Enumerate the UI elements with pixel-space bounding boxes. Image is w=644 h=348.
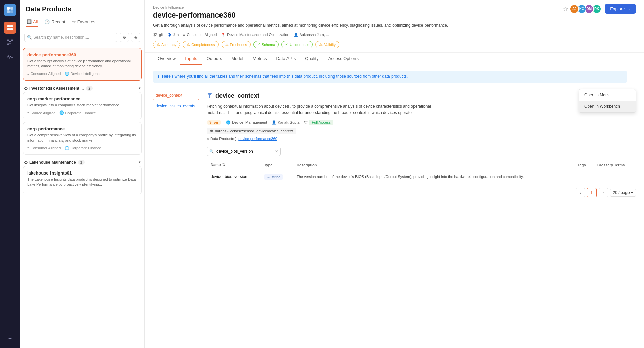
svg-point-9 xyxy=(7,40,9,41)
col-desc: The version number of the device's BIOS … xyxy=(297,175,524,179)
meta-domain: 🌐 Device_Management xyxy=(226,120,267,125)
tab-overview[interactable]: Overview xyxy=(153,53,180,65)
app-logo[interactable] xyxy=(4,4,16,16)
input-item-device-issues[interactable]: device_issues_events xyxy=(153,102,199,110)
columns-table: Name ⇅ Type Description Tags Glossary Te… xyxy=(207,160,636,184)
nav-icon-data-products[interactable] xyxy=(4,22,16,34)
group-investor-risk[interactable]: ◇ Investor Risk Assessment ... 2 ▾ xyxy=(23,83,142,92)
avatar-1: AJ xyxy=(570,4,579,14)
sidebar-title: Data Products xyxy=(26,5,139,13)
dropdown-icon: ▾ xyxy=(631,190,633,195)
main-content: Device Intelligence device-performance36… xyxy=(145,0,644,348)
column-search-bar: 🔍 ✕ xyxy=(207,147,636,156)
user-icon: 👤 xyxy=(294,33,298,37)
col-header-desc: Description xyxy=(293,160,574,170)
globe-icon: 🌐 xyxy=(226,120,231,125)
sidebar-card-corp-market[interactable]: corp-market-performance Get insights int… xyxy=(23,92,142,119)
info-icon: ℹ xyxy=(158,74,159,80)
nav-icon-graph[interactable] xyxy=(4,36,16,49)
tab-metrics[interactable]: Metrics xyxy=(248,53,272,65)
main-tabs: Overview Inputs Outputs Model Metrics Da… xyxy=(145,53,644,65)
tab-recent[interactable]: 🕐 Recent xyxy=(44,17,66,27)
next-page-button[interactable]: › xyxy=(599,188,608,197)
meta-access: 🛡 Full Access xyxy=(304,120,333,125)
col-type: ↔ string xyxy=(264,174,283,180)
search-input[interactable] xyxy=(24,33,117,42)
sort-icon[interactable]: ⇅ xyxy=(222,163,225,167)
badge-completeness: ⚠ Completeness xyxy=(183,41,218,48)
filter-button[interactable]: ⚙ xyxy=(120,33,129,42)
dataset-header: device_context ≡ xyxy=(207,91,636,101)
group-icon: ◇ xyxy=(24,160,27,165)
col-header-glossary: Glossary Terms xyxy=(593,160,636,170)
chevron-down-icon: ▾ xyxy=(139,160,140,164)
funnel-icon xyxy=(207,92,213,98)
tab-access-options[interactable]: Access Options xyxy=(324,53,363,65)
col-glossary: - xyxy=(597,174,599,179)
sidebar-card-lakehouse[interactable]: lakehouse-insights01 The Lakehouse Insig… xyxy=(23,166,142,194)
meta-domain: 📍 Device Maintenance and Optimization xyxy=(221,33,289,37)
product-link[interactable]: device-performance360 xyxy=(238,137,277,141)
page-1-button[interactable]: 1 xyxy=(587,188,597,197)
context-menu: Open in Metis Open in Workbench xyxy=(579,89,636,113)
svg-point-15 xyxy=(9,336,11,338)
svg-marker-19 xyxy=(168,33,171,37)
pin-icon: 📍 xyxy=(221,33,226,37)
tab-all[interactable]: 🔲 All xyxy=(26,17,38,27)
tag-icon: ≡ xyxy=(27,111,29,115)
nav-icon-activity[interactable] xyxy=(4,51,16,63)
badge-validity: ⚠ Validity xyxy=(315,41,339,48)
tab-favorites[interactable]: ☆ Favorites xyxy=(71,17,96,27)
meta-git: git xyxy=(153,32,163,37)
column-search-input[interactable] xyxy=(207,147,281,156)
svg-rect-0 xyxy=(7,7,10,10)
svg-rect-1 xyxy=(10,7,13,10)
sidebar-card-active[interactable]: device-performance360 Get a thorough ana… xyxy=(23,48,142,81)
tab-data-apis[interactable]: Data APIs xyxy=(271,53,300,65)
meta-owner: 👤 Aakansha Jain, ... xyxy=(294,33,329,37)
col-header-type: Type xyxy=(260,160,293,170)
menu-open-metis[interactable]: Open in Metis xyxy=(579,89,636,101)
star-button[interactable]: ☆ xyxy=(563,5,568,13)
col-tags: - xyxy=(578,174,579,179)
jira-icon xyxy=(167,32,172,37)
all-icon: 🔲 xyxy=(26,19,32,24)
badge-accuracy: ⚠ Accuracy xyxy=(153,41,180,48)
tab-inputs[interactable]: Inputs xyxy=(180,53,202,65)
explore-button[interactable]: Explore → xyxy=(605,4,636,14)
sidebar-header: Data Products 🔲 All 🕐 Recent ☆ Favorites xyxy=(20,0,144,30)
tag-source: ≡ Source Aligned xyxy=(27,110,55,115)
nav-icon-user[interactable] xyxy=(4,332,16,344)
svg-point-17 xyxy=(156,33,157,34)
meta-aligned: ≡ Consumer Aligned xyxy=(183,32,217,37)
dataset-meta: Silver 🌐 Device_Management 👤 Kanak Gupta… xyxy=(207,120,636,125)
clear-icon[interactable]: ✕ xyxy=(275,149,278,154)
menu-open-workbench[interactable]: Open in Workbench xyxy=(579,101,636,112)
layout-button[interactable]: ◈ xyxy=(131,33,140,42)
header-right-controls: ☆ AJ KG DM RK Explore → xyxy=(563,4,636,14)
search-icon: 🔍 xyxy=(27,35,32,40)
globe-icon: 🌐 xyxy=(65,146,69,150)
svg-rect-6 xyxy=(7,28,10,30)
sidebar-card-corp-perf[interactable]: corp-performance Get a comprehensive vie… xyxy=(23,122,142,155)
svg-point-18 xyxy=(154,35,155,36)
sidebar-tabs: 🔲 All 🕐 Recent ☆ Favorites xyxy=(26,17,139,27)
tag-intelligence: 🌐 Device Intelligence xyxy=(65,72,101,76)
card-title: lakehouse-insights01 xyxy=(27,170,137,176)
svg-line-13 xyxy=(11,41,11,42)
card-desc: The Lakehouse Insights data product is d… xyxy=(27,177,137,187)
filter-icon: ⚙ xyxy=(123,35,126,40)
group-lakehouse[interactable]: ◇ Lakehouse Maintenance 1 ▾ xyxy=(23,157,142,166)
svg-line-14 xyxy=(9,43,9,44)
tab-outputs[interactable]: Outputs xyxy=(202,53,227,65)
tab-model[interactable]: Model xyxy=(227,53,248,65)
warn-icon: ⚠ xyxy=(225,42,229,47)
pagination: ‹ 1 › 20 / page ▾ xyxy=(207,184,636,201)
input-item-device-context[interactable]: device_context xyxy=(153,91,199,100)
info-banner: ℹ Here's where you'll find all the table… xyxy=(153,71,627,83)
per-page-select[interactable]: 20 / page ▾ xyxy=(610,189,636,197)
dataset-products-link: ◈ Data Product(s): device-performance360 xyxy=(207,137,636,141)
tab-quality[interactable]: Quality xyxy=(300,53,323,65)
badge-schema: ✓ Schema xyxy=(253,41,279,48)
prev-page-button[interactable]: ‹ xyxy=(576,188,585,197)
